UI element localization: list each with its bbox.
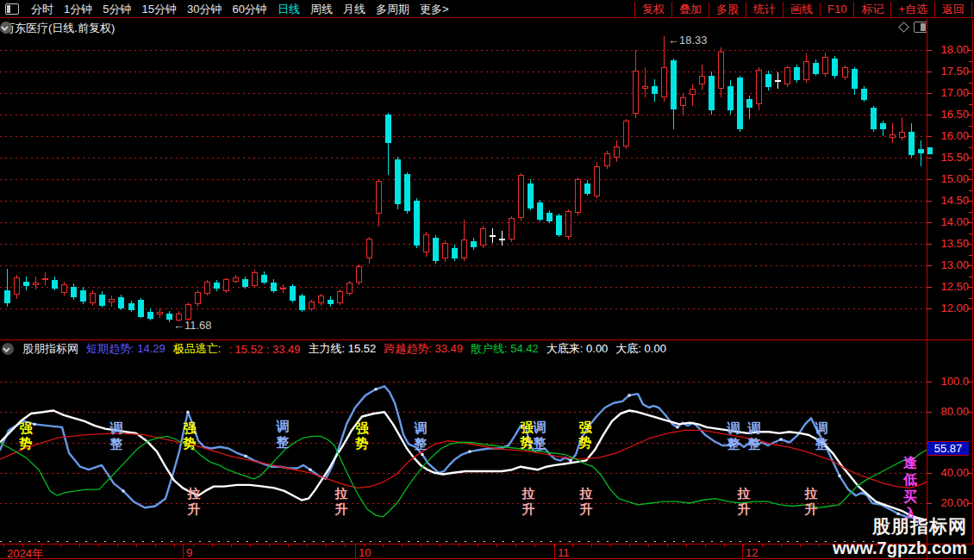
axis-minor-tick — [969, 190, 972, 191]
signal-label: 拉升 — [187, 486, 201, 517]
candle-body — [299, 296, 305, 310]
indicator-header: 股朋指标网 短期趋势: 14.29极品逃亡:: 15.52 : 33.49主力线… — [0, 339, 974, 358]
period-toolbar: 分时1分钟5分钟15分钟30分钟60分钟日线周线月线多周期更多> 复权叠加多股统… — [0, 0, 974, 18]
period-tab[interactable]: 1分钟 — [59, 2, 97, 17]
date-minor-tick — [345, 544, 346, 547]
price-axis-label: 15.00 — [931, 172, 969, 185]
indicator-field: 短期趋势: 14.29 — [86, 341, 165, 357]
date-minor-tick — [440, 544, 440, 547]
candle-body — [690, 89, 696, 95]
period-tab[interactable]: 周线 — [305, 2, 338, 17]
axis-tick — [927, 265, 932, 266]
candle-body — [118, 297, 124, 308]
toolbar-button[interactable]: 多股 — [709, 2, 746, 17]
split-pane-icon[interactable] — [914, 22, 927, 33]
diamond-icon[interactable] — [898, 22, 909, 33]
toolbar-button[interactable]: 画线 — [783, 2, 820, 17]
axis-minor-tick — [969, 104, 972, 105]
candle-body — [642, 86, 648, 89]
toolbar-button[interactable]: 返回 — [934, 2, 972, 17]
date-axis-label: 10 — [359, 546, 371, 559]
axis-tick — [927, 201, 932, 202]
date-minor-tick — [515, 544, 516, 547]
candle-body — [204, 282, 210, 294]
period-tab[interactable]: 15分钟 — [136, 2, 181, 17]
grid-line — [0, 136, 927, 137]
period-tab[interactable]: 分时 — [26, 2, 59, 17]
candle-body — [442, 243, 448, 258]
signal-label: 调整 — [414, 420, 428, 451]
axis-minor-tick — [969, 201, 972, 202]
candle-wick — [692, 84, 693, 106]
axis-tick — [927, 222, 932, 223]
date-minor-tick — [117, 544, 118, 547]
candle-wick — [892, 123, 893, 143]
candle-body — [128, 303, 134, 310]
candle-body — [214, 283, 220, 289]
candle-body — [537, 202, 543, 220]
toolbar-button[interactable]: 叠加 — [671, 2, 709, 17]
price-axis-label: 14.50 — [931, 194, 969, 207]
date-minor-tick — [459, 544, 459, 547]
axis-tick — [927, 503, 932, 504]
axis-tick — [967, 412, 972, 413]
candle-body — [652, 86, 658, 94]
toolbar-button[interactable]: F10 — [820, 3, 853, 16]
date-minor-tick — [174, 544, 175, 547]
axis-minor-tick — [969, 233, 972, 234]
date-axis[interactable]: 2024年9101112 — [0, 544, 974, 559]
date-minor-tick — [648, 544, 649, 547]
candle-body — [233, 277, 239, 282]
signal-label: 强势 — [520, 420, 534, 451]
signal-label: 拉升 — [737, 486, 751, 517]
layout-icon[interactable] — [5, 3, 19, 15]
toolbar-button[interactable]: 统计 — [746, 2, 783, 17]
date-minor-tick — [136, 544, 137, 547]
axis-minor-tick — [969, 212, 972, 213]
candle-body — [414, 201, 420, 246]
signal-label: 调整 — [727, 420, 740, 451]
period-tab[interactable]: 多周期 — [371, 2, 415, 17]
date-minor-tick — [572, 544, 573, 547]
date-minor-tick — [478, 544, 478, 547]
price-axis-label: 13.00 — [931, 258, 969, 271]
date-minor-tick — [591, 544, 592, 547]
period-tab[interactable]: 5分钟 — [97, 2, 136, 17]
grid-line — [0, 179, 927, 180]
candle-body — [252, 272, 258, 287]
period-tab[interactable]: 60分钟 — [227, 2, 272, 17]
period-tab[interactable]: 更多> — [415, 2, 454, 17]
period-tab[interactable]: 月线 — [338, 2, 371, 17]
indicator-field: 大底来: 0.00 — [546, 341, 609, 357]
date-minor-tick — [383, 544, 384, 547]
chevron-down-icon[interactable] — [2, 343, 14, 355]
indicator-plot[interactable]: 强势调整强势拉升调整拉升强势调整强势调整拉升强势拉升调整调整拉升拉升调整逢低买入 — [0, 358, 927, 544]
price-axis-label: 12.00 — [931, 302, 969, 314]
toolbar-button[interactable]: 复权 — [634, 2, 671, 17]
date-minor-tick — [421, 544, 421, 547]
candle-body — [604, 153, 610, 166]
toolbar-button[interactable]: +自选 — [890, 2, 934, 17]
candlestick-plot[interactable]: ←18.33←11.68 — [0, 36, 927, 338]
candle-body — [71, 287, 77, 297]
min-price-annotation: ←11.68 — [173, 319, 212, 332]
axis-border-right — [972, 19, 973, 544]
candle-body — [356, 266, 362, 283]
date-minor-tick — [800, 544, 801, 547]
month-separator — [183, 544, 184, 559]
candle-body — [852, 69, 858, 89]
date-minor-tick — [155, 544, 156, 547]
date-minor-tick — [326, 544, 327, 547]
period-tab[interactable]: 日线 — [272, 2, 305, 17]
candle-body — [871, 108, 877, 129]
candle-body — [52, 280, 58, 289]
toolbar-button[interactable]: 标记 — [853, 2, 890, 17]
signal-label: 调整 — [747, 420, 761, 451]
candle-body — [433, 238, 439, 261]
axis-tick — [967, 382, 972, 383]
chevron-down-icon[interactable] — [0, 22, 12, 34]
candle-body — [166, 314, 172, 320]
indicator-value-tag: 55.87 — [927, 441, 969, 456]
candle-body — [861, 89, 867, 100]
period-tab[interactable]: 30分钟 — [182, 2, 227, 17]
